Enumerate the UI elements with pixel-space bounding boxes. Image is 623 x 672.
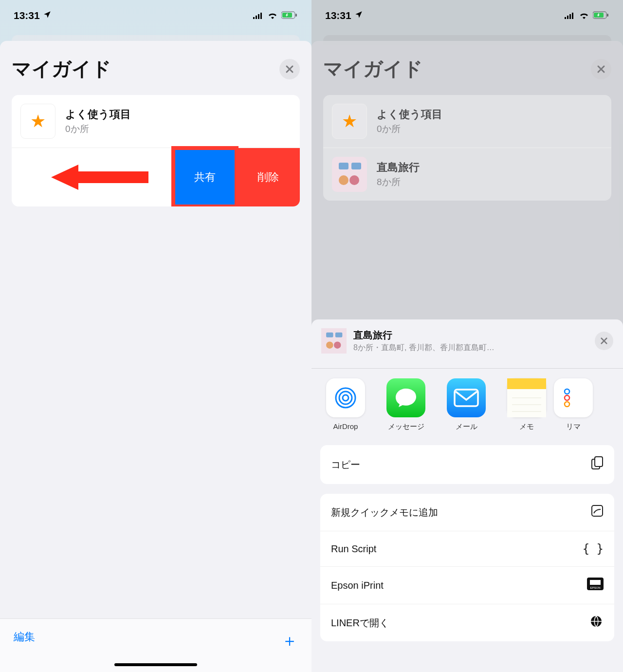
guide-row-naoshima[interactable]: 直島旅行 8か所 [323, 148, 611, 201]
wifi-icon [579, 10, 589, 21]
favorites-count: 0か所 [377, 123, 603, 135]
close-button[interactable] [279, 59, 300, 79]
share-action-copy-group: コピー [320, 445, 614, 484]
svg-rect-14 [332, 157, 367, 192]
svg-rect-10 [572, 13, 573, 19]
battery-icon [281, 10, 298, 21]
guide-list: ★ よく使う項目 0か所 直島旅行 8か所 [323, 95, 611, 201]
star-icon: ★ [20, 104, 55, 139]
svg-rect-37 [595, 457, 603, 467]
app-label: メモ [519, 422, 534, 431]
svg-point-35 [565, 402, 569, 407]
edit-button[interactable]: 編集 [14, 630, 35, 644]
sheet-title: マイガイド [12, 56, 111, 82]
svg-point-20 [326, 341, 333, 348]
cellular-icon [565, 10, 575, 21]
airdrop-icon [326, 378, 365, 417]
svg-rect-17 [339, 163, 348, 169]
favorites-name: よく使う項目 [65, 107, 291, 122]
quicknote-icon [591, 504, 604, 520]
screen-left: 13:31 マイガイド ★ [0, 0, 312, 672]
favorites-row[interactable]: ★ よく使う項目 0か所 [12, 95, 300, 148]
copy-icon [591, 456, 604, 473]
home-indicator[interactable] [114, 663, 197, 666]
mail-icon [447, 378, 486, 417]
share-action[interactable]: 共有 [173, 148, 237, 206]
svg-rect-29 [507, 389, 546, 417]
svg-rect-38 [592, 505, 603, 516]
action-copy[interactable]: コピー [320, 445, 614, 484]
status-time: 13:31 [325, 10, 351, 21]
action-quicknote[interactable]: 新規クイックメモに追加 [320, 494, 614, 531]
app-label: リマ [566, 422, 581, 431]
share-app-reminders[interactable]: リマ [564, 378, 583, 431]
svg-rect-23 [335, 333, 342, 337]
svg-rect-8 [567, 16, 568, 19]
star-icon: ★ [332, 104, 367, 139]
svg-point-25 [339, 392, 352, 404]
share-thumbnail [321, 328, 347, 354]
svg-rect-18 [351, 163, 361, 169]
share-app-airdrop[interactable]: AirDrop [322, 378, 369, 431]
share-close-button[interactable] [595, 332, 613, 350]
status-bar: 13:31 [312, 0, 623, 29]
share-app-messages[interactable]: メッセージ [383, 378, 429, 431]
guide-thumbnail [332, 157, 367, 192]
svg-text:EPSON: EPSON [590, 586, 600, 589]
svg-rect-2 [258, 14, 259, 19]
share-header: 直島旅行 8か所・直島町, 香川郡、香川郡直島町… [312, 319, 623, 360]
svg-rect-13 [607, 14, 608, 17]
myguide-sheet: マイガイド ★ よく使う項目 0か所 共有 削 [0, 41, 312, 672]
action-liner[interactable]: LINERで開く [320, 604, 614, 641]
app-label: メール [456, 422, 477, 431]
bottom-toolbar: 編集 ＋ [0, 618, 312, 672]
favorites-name: よく使う項目 [377, 107, 603, 122]
liner-icon [589, 615, 604, 631]
svg-point-34 [565, 395, 569, 400]
swipe-row: 共有 削除 [12, 148, 300, 206]
guide-count: 8か所 [377, 176, 603, 188]
wifi-icon [267, 10, 278, 21]
svg-rect-22 [326, 333, 333, 337]
screen-right: 13:31 マイガイド ★ [312, 0, 623, 672]
battery-icon [593, 10, 609, 21]
svg-rect-19 [321, 328, 347, 354]
status-bar: 13:31 [0, 0, 312, 29]
favorites-count: 0か所 [65, 123, 291, 135]
reminders-icon [554, 378, 593, 417]
favorites-row[interactable]: ★ よく使う項目 0か所 [323, 95, 611, 148]
location-icon [43, 10, 52, 21]
close-button[interactable] [591, 59, 611, 79]
svg-rect-3 [260, 13, 262, 19]
share-app-notes[interactable]: メモ [503, 378, 550, 431]
epson-icon: EPSON [587, 578, 604, 593]
svg-rect-6 [295, 14, 297, 17]
action-runscript[interactable]: Run Script { } [320, 531, 614, 567]
share-app-mail[interactable]: メール [443, 378, 490, 431]
share-title: 直島旅行 [353, 329, 588, 342]
braces-icon: { } [583, 542, 604, 556]
notes-icon [507, 378, 546, 417]
svg-point-16 [349, 175, 359, 185]
status-time: 13:31 [14, 10, 40, 21]
svg-rect-7 [565, 17, 566, 19]
share-subtitle: 8か所・直島町, 香川郡、香川郡直島町… [353, 343, 558, 353]
swipe-arrow [12, 148, 173, 206]
svg-point-21 [334, 341, 341, 348]
svg-rect-1 [256, 16, 257, 19]
cellular-icon [253, 10, 264, 21]
location-icon [354, 10, 363, 21]
svg-rect-9 [569, 14, 571, 19]
svg-rect-0 [253, 17, 255, 19]
svg-point-33 [565, 389, 569, 394]
guide-name: 直島旅行 [377, 160, 603, 175]
action-epson[interactable]: Epson iPrint EPSON [320, 567, 614, 604]
delete-action[interactable]: 削除 [237, 148, 300, 206]
svg-rect-28 [507, 378, 546, 389]
messages-icon [386, 378, 425, 417]
share-action-list: 新規クイックメモに追加 Run Script { } Epson iPrint … [320, 494, 614, 641]
svg-rect-27 [455, 390, 478, 406]
svg-point-24 [343, 395, 348, 401]
add-button[interactable]: ＋ [281, 630, 298, 652]
app-label: AirDrop [333, 422, 358, 430]
